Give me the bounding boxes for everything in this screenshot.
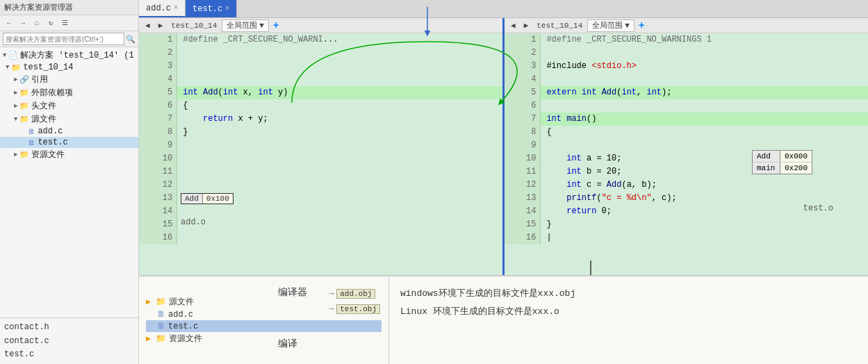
code-line: 6 (505, 99, 868, 113)
code-line: 4 (139, 73, 502, 86)
code-line: 7 return x + y; (139, 113, 502, 126)
nav-right-btn[interactable]: ▶ (155, 19, 167, 32)
toolbar-back-btn[interactable]: ← (3, 17, 15, 29)
ann-testo: test.o (803, 204, 833, 213)
bottom-tree-item-selected: 🗎 test.c (146, 320, 382, 332)
add-scope-btn-left[interactable]: + (270, 20, 281, 31)
code-line: 1 #define _CRT_SECURE_NO_WARNINGS 1 (505, 33, 868, 47)
solution-icon: 📄 (8, 51, 18, 60)
sidebar-title: 解决方案资源管理器 (0, 0, 138, 15)
tab-addc-close[interactable]: × (174, 4, 178, 12)
folder-icon: ▶ 📁 (146, 297, 166, 307)
code-line: 5 int Add(int x, int y) (139, 86, 502, 99)
code-line: 9 (139, 139, 502, 152)
tree-item-headers[interactable]: ► 📁 头文件 (0, 99, 138, 113)
headers-folder-icon: 📁 (19, 101, 29, 110)
compiler-label: 编译器 (278, 286, 307, 299)
code-line: 10 int a = 10; (505, 152, 868, 165)
editor-toolbar-left: ◀ ▶ test_10_14 全局范围 ▼ + (139, 18, 502, 33)
ann-addo: add.o (181, 217, 206, 227)
code-line: 12 (139, 179, 502, 192)
sidebar-bottom: contact.h contact.c test.c (0, 317, 138, 364)
tree-item-addc[interactable]: ► 🗎 add.c (0, 126, 138, 137)
code-line: 11 int b = 20; (505, 165, 868, 179)
search-icon: 🔍 (126, 35, 136, 44)
nav-left-btn-right[interactable]: ◀ (507, 19, 519, 32)
nav-right-btn-right[interactable]: ▶ (521, 19, 532, 32)
code-line: 11 (139, 165, 502, 179)
code-line: 8 { (505, 126, 868, 139)
right-text-2: Linux 环境下生成的目标文件是xxx.o (400, 303, 857, 321)
arrow-right-icon: → (329, 289, 334, 299)
code-line: 6 { (139, 99, 502, 113)
code-line: 5 extern int Add(int, int); (505, 86, 868, 99)
bottom-right: windows环境下生成的目标文件是xxx.obj Linux 环境下生成的目标… (389, 276, 868, 364)
nav-left-btn[interactable]: ◀ (142, 19, 154, 32)
project-nav-right[interactable]: test_10_14 (533, 19, 586, 32)
sidebar-title-text: 解决方案资源管理器 (4, 3, 73, 12)
add-scope-btn-right[interactable]: + (636, 20, 647, 31)
toolbar-home-btn[interactable]: ⌂ (31, 17, 43, 29)
res-folder-icon: 📁 (19, 150, 29, 159)
tree-item-ext-deps[interactable]: ► 📁 外部依赖项 (0, 86, 138, 99)
obj-labels: → add.obj → test.obj (329, 289, 382, 314)
tree-item-sources[interactable]: ▼ 📁 源文件 (0, 113, 138, 126)
tree-item-solution[interactable]: ▼ 📄 解决方案 'test_10_14' (1 (0, 49, 138, 62)
code-line: 8 } (139, 126, 502, 139)
annotation-right-box: Add 0x000 main 0x200 (752, 150, 812, 174)
sidebar-toolbar: ← → ⌂ ↻ ☰ (0, 15, 138, 31)
toolbar-filter-btn[interactable]: ☰ (58, 17, 71, 29)
bottom-panel: ▶ 📁 源文件 🗎 add.c 🗎 test.c ▶ 📁 资源文件 编译器 (139, 275, 868, 364)
code-line: 3 (139, 60, 502, 73)
chevron-down-icon-right: ▼ (625, 22, 630, 30)
testc-icon: 🗎 (28, 138, 35, 147)
addc-icon: 🗎 (28, 127, 35, 136)
code-line: 14 (139, 205, 502, 218)
code-line: 12 int c = Add(a, b); (505, 179, 868, 192)
chevron-down-icon: ▼ (259, 22, 264, 30)
sidebar-search-bar: 🔍 (0, 31, 138, 47)
compile-label: 编译 (278, 338, 297, 350)
obj-label-add: add.obj (336, 289, 375, 299)
obj-label-test: test.obj (336, 304, 380, 314)
code-line: 3 #include <stdio.h> (505, 60, 868, 73)
right-text-1: windows环境下生成的目标文件是xxx.obj (400, 285, 857, 303)
tree-item-testc[interactable]: ► 🗎 test.c (0, 137, 138, 148)
sidebar: 解决方案资源管理器 ← → ⌂ ↻ ☰ 🔍 ▼ 📄 解决方案 'test_10_… (0, 0, 139, 364)
scope-dropdown-left[interactable]: 全局范围 ▼ (222, 19, 269, 32)
code-line: 9 (505, 139, 868, 152)
tab-addc[interactable]: add.c × (139, 0, 186, 17)
tree-item-project[interactable]: ▼ 📁 test_10_14 (0, 62, 138, 73)
sources-folder-icon: 📁 (19, 115, 29, 124)
code-line: 2 (139, 47, 502, 60)
code-line: 16 (139, 231, 502, 245)
code-line: 15 } (505, 218, 868, 231)
toolbar-forward-btn[interactable]: → (17, 17, 29, 29)
project-icon: 📁 (11, 63, 21, 72)
folder-icon2: ▶ 📁 (146, 333, 166, 344)
tree-item-resources[interactable]: ► 📁 资源文件 (0, 148, 138, 161)
top-tab-bar: add.c × test.c × (139, 0, 868, 18)
main-container: 解决方案资源管理器 ← → ⌂ ↻ ☰ 🔍 ▼ 📄 解决方案 'test_10_… (0, 0, 868, 364)
project-nav-left[interactable]: test_10_14 (167, 19, 220, 32)
code-line: 1 #define _CRT_SECURE_NO_WARNI... (139, 33, 502, 47)
code-line: 4 (505, 73, 868, 86)
code-line: 2 (505, 47, 868, 60)
code-line: 7 int main() (505, 113, 868, 126)
ext-folder-icon: 📁 (19, 88, 29, 97)
sidebar-tree: ▼ 📄 解决方案 'test_10_14' (1 ▼ 📁 test_10_14 … (0, 47, 138, 317)
editor-toolbar-right: ◀ ▶ test_10_14 全局范围 ▼ + (505, 18, 868, 33)
tree-item-ref[interactable]: ► 🔗 引用 (0, 73, 138, 86)
file-icon: 🗎 (157, 309, 165, 320)
scope-dropdown-right[interactable]: 全局范围 ▼ (587, 19, 634, 32)
arrow-right-icon2: → (329, 304, 334, 314)
tab-testc-close[interactable]: × (225, 5, 229, 13)
file-icon: 🗎 (157, 321, 165, 331)
tab-testc[interactable]: test.c × (186, 0, 237, 17)
toolbar-sync-btn[interactable]: ↻ (44, 17, 57, 29)
search-input[interactable] (3, 33, 124, 45)
bottom-left: ▶ 📁 源文件 🗎 add.c 🗎 test.c ▶ 📁 资源文件 编译器 (139, 276, 389, 364)
code-line: 10 (139, 152, 502, 165)
bottom-tree-item: ▶ 📁 资源文件 (146, 332, 382, 345)
code-lines-left: 1 #define _CRT_SECURE_NO_WARNI... 2 3 (139, 33, 502, 245)
